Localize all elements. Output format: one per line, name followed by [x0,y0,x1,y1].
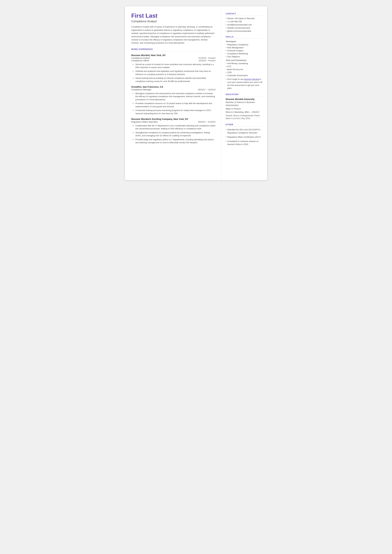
edu-school: Resume Worded University [226,98,263,100]
skills-note: Don't forget to use Resume Worded to sca… [226,78,263,90]
education-section: EDUCATION Resume Worded University Bache… [226,93,263,120]
company-name-2: Growthsi, San Francisco, CA [131,86,216,88]
tools-list: Anti Money Laundering KYC Bank Secrecy A… [226,62,263,77]
left-column: First Last Compliance Analyst Compliance… [125,6,221,180]
contact-item-4: github.com/resumeworded [226,30,263,32]
tools-label: Tools and Frameworks: [226,59,263,61]
skill-tool-4: Corporate Governance [226,74,263,77]
resume-worded-link[interactable]: Resume Worded [244,78,259,80]
other-section: OTHER Attended the 2011 and 2013 NAFCU R… [226,124,263,146]
right-column: CONTACT Denver, OH (Open to Remote) +1-2… [221,6,267,180]
contact-list: Denver, OH (Open to Remote) +1-234-456-7… [226,17,263,32]
bullet-3-1: Collaborated with the IT department to t… [135,124,216,130]
job-date-3a: 08/2012 – 01/2015 [198,121,215,123]
bullet-2-3: Conducted training and peer-mentoring pr… [135,109,216,115]
edu-major: Major in Finance [226,107,263,110]
job-date-1b: 10/2018 – Present [198,59,215,62]
skill-technique-3: Compliance Monitoring [226,52,263,55]
contact-item-0: Denver, OH (Open to Remote) [226,17,263,20]
skill-tool-0: Anti Money Laundering [226,62,263,65]
bullets-3: Collaborated with the IT department to t… [133,124,216,144]
contact-item-2: email@resumeworded.com [226,23,263,26]
contact-item-3: linkedin.com/in/username [226,27,263,29]
techniques-list: Regulatory Compliance Risk Management Fi… [226,43,263,58]
skill-tool-3: CDD [226,71,263,74]
work-experience-section: Resume Worded, New York, NY Compliance A… [131,54,216,144]
bullet-1-2: Outlined and analyzed new legislation an… [135,70,216,76]
contact-section: CONTACT Denver, OH (Open to Remote) +1-2… [226,13,263,32]
job-date-1a: 07/2019 – Present [198,57,215,59]
job-title-1a: Compliance Analyst [131,57,150,59]
bullet-3-3: Provided legal and regulatory advice to … [135,138,216,144]
bullet-3-2: Strengthened compliance to company polic… [135,131,216,137]
job-row-2a: Compliance Manager 05/2017 – 10/2019 [131,88,216,91]
job-row-3a: Regulatory Affairs Specialist 08/2012 – … [131,121,216,123]
techniques-label: Techniques: [226,40,263,43]
skill-technique-0: Regulatory Compliance [226,43,263,46]
company-name-1: Resume Worded, New York, NY [131,54,216,56]
company-name-3: Resume Worded's Exciting Company, New Yo… [131,118,216,120]
skill-technique-4: Due Diligence [226,56,263,58]
job-row-1b: Compliance Officer 10/2018 – Present [131,59,216,62]
skill-technique-1: Risk Management [226,46,263,49]
education-label: EDUCATION [226,93,263,96]
edu-minors: Minors in Marketing, MBA — 05/2017 [226,111,263,113]
edu-degree: Bachelor of Science in Business Administ… [226,101,263,107]
other-list: Attended the 2011 and 2013 NAFCU Regulat… [226,128,263,146]
bullet-1-1: Served as a point of contact for issue r… [135,63,216,69]
candidate-name: First Last [131,13,216,19]
other-label: OTHER [226,124,263,126]
resume-document: First Last Compliance Analyst Compliance… [125,6,267,180]
contact-item-1: +1-234-456-789 [226,20,263,23]
skill-technique-2: Financial Analysis [226,49,263,52]
contact-label: CONTACT [226,13,263,16]
bullets-2: Managed compliance risk assessments and … [133,92,216,115]
bullet-1-3: Saved training time by building an inter… [135,77,216,83]
skill-tool-1: KYC [226,65,263,68]
job-row-1a: Compliance Analyst 07/2019 – Present [131,57,216,59]
other-item-2: Completed 8+ business classes on Harvard… [226,140,263,146]
job-title-3a: Regulatory Affairs Specialist [131,121,158,123]
skills-section: SKILLS Techniques: Regulatory Compliance… [226,36,263,90]
bullets-1: Served as a point of contact for issue r… [133,63,216,83]
edu-awards: Awards: Best in Undergraduate Thesis, De… [226,114,263,120]
other-item-0: Attended the 2011 and 2013 NAFCU Regulat… [226,128,263,134]
bullet-2-2: Provided compliance resource on 10 proje… [135,102,216,108]
work-experience-label: WORK EXPERIENCE [131,48,216,51]
bullet-2-1: Managed compliance risk assessments and … [135,92,216,101]
other-item-1: Regulatory Affairs Certification (2017) [226,135,263,139]
job-title-1b: Compliance Officer [131,59,149,62]
job-title-2a: Compliance Manager [131,88,152,91]
candidate-summary: Compliance Analyst with 10 years of expe… [131,25,216,44]
job-date-2a: 05/2017 – 10/2019 [198,88,215,91]
candidate-title: Compliance Analyst [131,20,216,23]
skill-tool-2: Bank Secrecy Act [226,68,263,70]
skills-label: SKILLS [226,36,263,39]
